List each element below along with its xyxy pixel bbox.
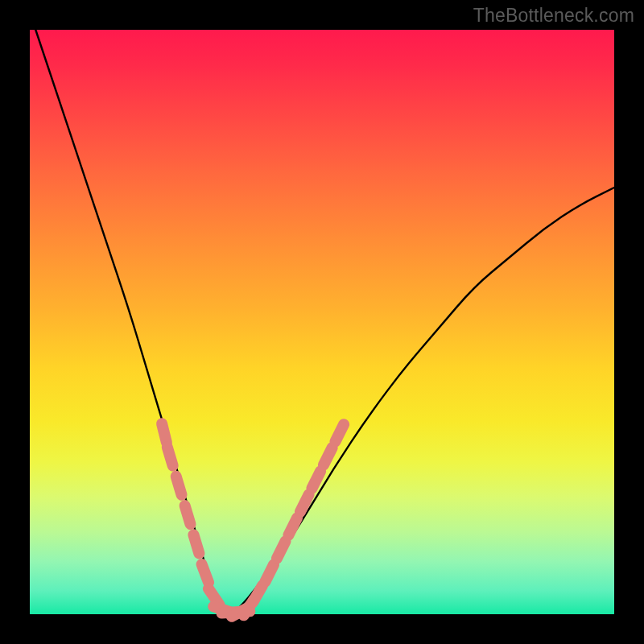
svg-line-18 [324, 448, 332, 464]
svg-line-3 [185, 506, 191, 524]
dotted-overlay-left [162, 423, 250, 613]
svg-line-17 [312, 471, 320, 488]
watermark-text: TheBottleneck.com [473, 5, 634, 27]
svg-line-16 [300, 494, 309, 511]
svg-line-12 [253, 585, 262, 602]
svg-line-13 [265, 564, 274, 581]
svg-line-19 [335, 424, 344, 441]
chart-svg [30, 30, 614, 614]
plot-area [30, 30, 614, 614]
svg-line-5 [202, 564, 208, 582]
svg-line-4 [193, 535, 199, 553]
svg-line-15 [288, 518, 297, 535]
svg-line-14 [277, 541, 286, 558]
bottleneck-curve-path [35, 30, 614, 614]
chart-frame: TheBottleneck.com [0, 0, 644, 644]
svg-line-0 [162, 423, 167, 442]
dotted-overlay-right [232, 424, 344, 617]
svg-line-1 [167, 447, 173, 465]
svg-line-2 [176, 477, 182, 495]
